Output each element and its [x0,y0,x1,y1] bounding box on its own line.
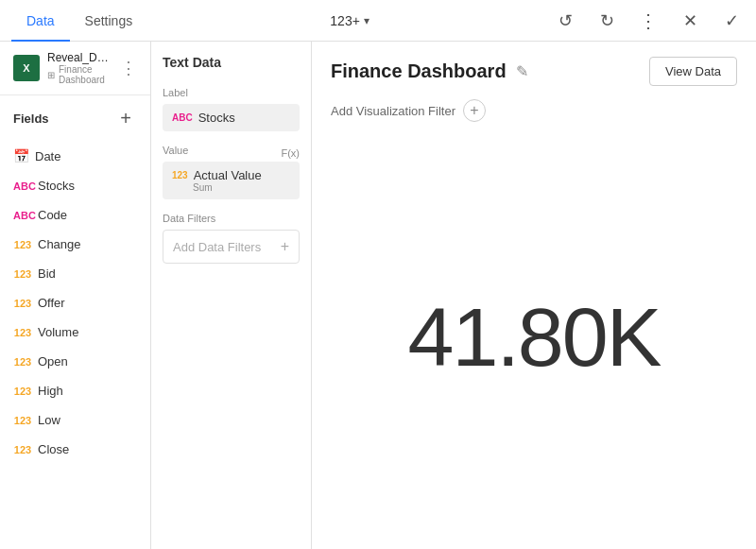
fx-label[interactable]: F(x) [281,147,300,159]
field-item-date[interactable]: 📅 Date [0,141,150,171]
value-section-title: Value [163,145,188,156]
top-bar: Data Settings 123+ ▾ ↺ ↻ ⋮ ✕ ✓ [0,0,756,42]
label-chip[interactable]: ABC Stocks [163,104,300,131]
label-section: Label ABC Stocks [163,87,300,131]
field-item-low[interactable]: 123 Low [0,405,150,435]
tab-bar: Data Settings [11,0,147,42]
num-icon-bid: 123 [13,268,32,280]
right-header-left: Finance Dashboard ✎ [331,60,528,82]
main-layout: X Reveal_Dashboard_Tutorials.xlsx ⊞ Fina… [0,42,756,549]
big-value-display: 41.80K [331,141,737,534]
tab-data[interactable]: Data [11,0,70,42]
number-badge-area[interactable]: 123+ ▾ [330,13,369,28]
toolbar-right: ↺ ↻ ⋮ ✕ ✓ [552,8,745,34]
abc-chip-icon: ABC [172,112,193,123]
field-item-offer[interactable]: 123 Offer [0,288,150,317]
date-icon: 📅 [13,148,29,163]
add-filter-label: Add Data Filters [173,240,275,254]
file-name: Reveal_Dashboard_Tutorials.xlsx [47,51,112,64]
tab-settings[interactable]: Settings [70,0,148,42]
left-sidebar: X Reveal_Dashboard_Tutorials.xlsx ⊞ Fina… [0,42,151,549]
undo-icon[interactable]: ↺ [552,8,578,34]
add-field-button[interactable]: + [114,107,137,129]
value-chip[interactable]: 123 Actual Value Sum [163,162,300,199]
add-filter-plus-icon: + [281,238,289,255]
fields-list: 📅 Date ABC Stocks ABC Code 123 Change 12… [0,141,150,549]
field-item-change[interactable]: 123 Change [0,230,150,259]
num-icon-high: 123 [13,386,32,397]
field-item-bid[interactable]: 123 Bid [0,259,150,288]
fields-title: Fields [13,112,49,126]
field-item-high[interactable]: 123 High [0,376,150,405]
excel-icon: X [13,55,40,81]
view-data-button[interactable]: View Data [649,57,737,86]
field-item-stocks[interactable]: ABC Stocks [0,171,150,200]
value-chip-sub: Sum [172,182,290,193]
more-icon[interactable]: ⋮ [635,8,662,34]
value-chip-text: Actual Value [194,168,262,182]
field-item-code[interactable]: ABC Code [0,200,150,230]
abc-icon-code: ABC [13,210,32,221]
field-item-open[interactable]: 123 Open [0,347,150,376]
num-icon-change: 123 [13,239,32,250]
fields-header: Fields + [0,95,150,141]
field-item-close[interactable]: 123 Close [0,435,150,464]
text-data-title: Text Data [163,55,300,70]
middle-panel: Text Data Label ABC Stocks Value F(x) 12… [151,42,312,549]
num-icon-volume: 123 [13,327,32,338]
label-section-title: Label [163,87,300,98]
redo-icon[interactable]: ↻ [593,8,620,34]
value-chip-top: 123 Actual Value [172,168,290,182]
edit-icon[interactable]: ✎ [516,62,528,80]
num-icon-offer: 123 [13,298,32,309]
value-section-header: Value F(x) [163,145,300,162]
file-more-icon[interactable]: ⋮ [120,58,137,78]
check-icon[interactable]: ✓ [718,8,745,34]
label-chip-text: Stocks [198,111,235,125]
abc-icon-stocks: ABC [13,180,32,192]
filter-bar: Add Visualization Filter + [331,99,737,122]
value-section: Value F(x) 123 Actual Value Sum [163,145,300,199]
add-filter-button[interactable]: Add Data Filters + [163,230,300,264]
num-chip-icon: 123 [172,170,188,180]
num-icon-close: 123 [13,444,32,455]
field-item-volume[interactable]: 123 Volume [0,317,150,347]
right-panel: Finance Dashboard ✎ View Data Add Visual… [312,42,756,549]
file-info: Reveal_Dashboard_Tutorials.xlsx ⊞ Financ… [47,51,112,85]
file-subtitle: ⊞ Finance Dashboard [47,64,112,85]
right-header: Finance Dashboard ✎ View Data [331,57,737,86]
filters-section: Data Filters Add Data Filters + [163,213,300,264]
number-badge: 123+ [330,13,360,28]
add-filter-viz-button[interactable]: + [463,99,486,122]
dashboard-title: Finance Dashboard [331,60,507,82]
file-bar: X Reveal_Dashboard_Tutorials.xlsx ⊞ Fina… [0,42,150,95]
num-icon-open: 123 [13,356,32,368]
num-icon-low: 123 [13,415,32,426]
filter-label: Add Visualization Filter [331,104,455,118]
close-icon[interactable]: ✕ [677,8,703,34]
filters-title: Data Filters [163,213,300,224]
